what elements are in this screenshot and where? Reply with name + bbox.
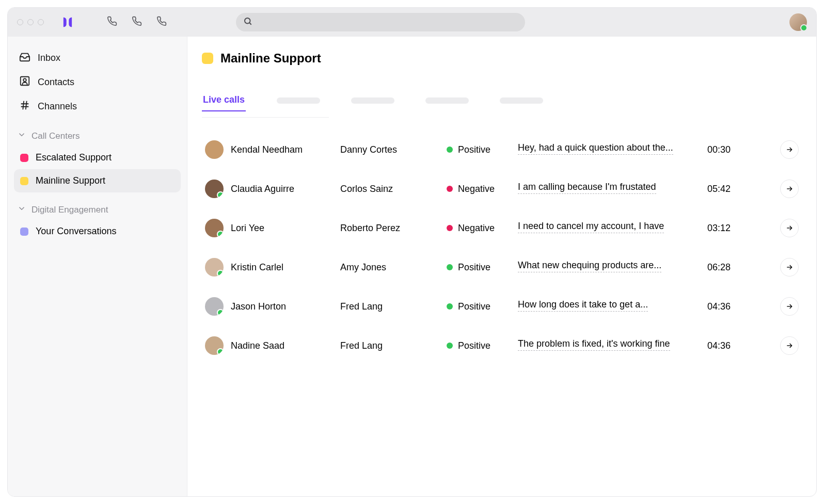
open-call-button[interactable] <box>780 258 799 277</box>
tabs-underline <box>202 117 329 118</box>
sidebar-item-your-conversations[interactable]: Your Conversations <box>14 220 181 243</box>
sidebar-item-channels[interactable]: Channels <box>14 94 181 119</box>
search-input[interactable] <box>258 18 518 27</box>
sentiment-dot <box>447 303 453 310</box>
call-duration: 04:36 <box>684 340 736 351</box>
chevron-down-icon <box>17 204 26 216</box>
sidebar-item-inbox[interactable]: Inbox <box>14 46 181 70</box>
call-snippet: How long does it take to get a... <box>518 299 684 314</box>
call-row[interactable]: Lori Yee Roberto Perez Negative I need t… <box>202 208 802 248</box>
contacts-icon <box>19 75 30 89</box>
open-call-button[interactable] <box>780 180 799 198</box>
agent-name: Jason Horton <box>231 301 286 312</box>
tab-placeholder[interactable] <box>277 97 320 104</box>
tab-placeholder[interactable] <box>425 97 469 104</box>
customer-name: Fred Lang <box>340 301 447 312</box>
open-call-button[interactable] <box>780 336 799 355</box>
call-duration: 05:42 <box>684 184 736 194</box>
window-controls <box>17 19 44 25</box>
svg-line-5 <box>23 101 24 110</box>
sentiment-label: Positive <box>458 262 490 273</box>
sidebar-item-label: Your Conversations <box>36 226 116 237</box>
customer-name: Corlos Sainz <box>340 184 447 194</box>
call-row[interactable]: Claudia Aguirre Corlos Sainz Negative I … <box>202 169 802 208</box>
agent-name: Nadine Saad <box>231 340 284 351</box>
svg-point-0 <box>245 18 250 24</box>
section-label: Digital Engagement <box>31 205 108 215</box>
close-dot[interactable] <box>17 19 23 25</box>
svg-line-6 <box>26 101 27 110</box>
hash-icon <box>19 100 30 113</box>
color-swatch <box>20 227 28 236</box>
call-snippet: The problem is fixed, it's working fine <box>518 338 684 353</box>
app-window: Inbox Contacts Channels Call Centers Esc… <box>7 7 817 497</box>
profile-avatar[interactable] <box>789 13 807 31</box>
agent-avatar <box>205 297 224 316</box>
phone-icon[interactable] <box>156 16 167 28</box>
call-snippet: Hey, had a quick question about the... <box>518 142 684 157</box>
phone-icon[interactable] <box>107 16 117 28</box>
live-calls-list: Kendal Needham Danny Cortes Positive Hey… <box>202 130 802 365</box>
main-content: Mainline Support Live calls Kendal Needh… <box>187 37 816 496</box>
call-duration: 06:28 <box>684 262 736 273</box>
call-duration: 04:36 <box>684 301 736 312</box>
call-duration: 00:30 <box>684 144 736 155</box>
sentiment-label: Positive <box>458 340 490 351</box>
call-row[interactable]: Jason Horton Fred Lang Positive How long… <box>202 287 802 326</box>
open-call-button[interactable] <box>780 140 799 159</box>
sentiment-label: Negative <box>458 184 495 194</box>
search-icon <box>243 17 252 28</box>
color-swatch <box>20 177 28 185</box>
tabs: Live calls <box>202 89 802 112</box>
sidebar-item-label: Inbox <box>38 53 60 63</box>
open-call-button[interactable] <box>780 219 799 237</box>
section-call-centers[interactable]: Call Centers <box>14 119 181 146</box>
open-call-button[interactable] <box>780 297 799 316</box>
call-snippet: I am calling because I'm frustated <box>518 182 684 197</box>
tab-live-calls[interactable]: Live calls <box>202 89 246 111</box>
section-label: Call Centers <box>31 131 80 141</box>
agent-avatar <box>205 336 224 355</box>
sidebar-item-contacts[interactable]: Contacts <box>14 70 181 94</box>
sentiment-dot <box>447 225 453 231</box>
agent-name: Claudia Aguirre <box>231 184 294 194</box>
tab-placeholder[interactable] <box>500 97 543 104</box>
agent-name: Kendal Needham <box>231 144 303 155</box>
maximize-dot[interactable] <box>38 19 44 25</box>
sidebar-item-label: Contacts <box>38 77 74 88</box>
call-row[interactable]: Kristin Carlel Amy Jones Positive What n… <box>202 248 802 287</box>
searchbar[interactable] <box>236 13 525 31</box>
agent-name: Kristin Carlel <box>231 262 283 273</box>
customer-name: Danny Cortes <box>340 144 447 155</box>
page-title-text: Mainline Support <box>220 51 321 66</box>
call-duration: 03:12 <box>684 223 736 234</box>
sentiment-dot <box>447 186 453 192</box>
call-row[interactable]: Nadine Saad Fred Lang Positive The probl… <box>202 326 802 365</box>
minimize-dot[interactable] <box>27 19 34 25</box>
sentiment-dot <box>447 343 453 349</box>
app-logo[interactable] <box>60 15 75 29</box>
call-snippet: I need to cancel my account, I have <box>518 221 684 236</box>
call-row[interactable]: Kendal Needham Danny Cortes Positive Hey… <box>202 130 802 169</box>
sidebar-item-mainline-support[interactable]: Mainline Support <box>14 169 181 192</box>
color-swatch <box>20 154 28 162</box>
agent-avatar <box>205 180 224 198</box>
sentiment-label: Positive <box>458 301 490 312</box>
title-swatch <box>202 53 213 64</box>
sidebar-item-escalated-support[interactable]: Escalated Support <box>14 146 181 169</box>
sentiment-label: Positive <box>458 144 490 155</box>
call-snippet: What new chequing products are... <box>518 260 684 275</box>
sidebar: Inbox Contacts Channels Call Centers Esc… <box>8 37 187 496</box>
phone-icon[interactable] <box>132 16 142 28</box>
customer-name: Roberto Perez <box>340 223 447 234</box>
tab-placeholder[interactable] <box>351 97 394 104</box>
sentiment-dot <box>447 264 453 270</box>
phone-icon-group <box>107 16 167 28</box>
agent-name: Lori Yee <box>231 223 264 234</box>
agent-avatar <box>205 258 224 277</box>
customer-name: Fred Lang <box>340 340 447 351</box>
customer-name: Amy Jones <box>340 262 447 273</box>
sentiment-dot <box>447 147 453 153</box>
section-digital-engagement[interactable]: Digital Engagement <box>14 192 181 220</box>
agent-avatar <box>205 219 224 237</box>
